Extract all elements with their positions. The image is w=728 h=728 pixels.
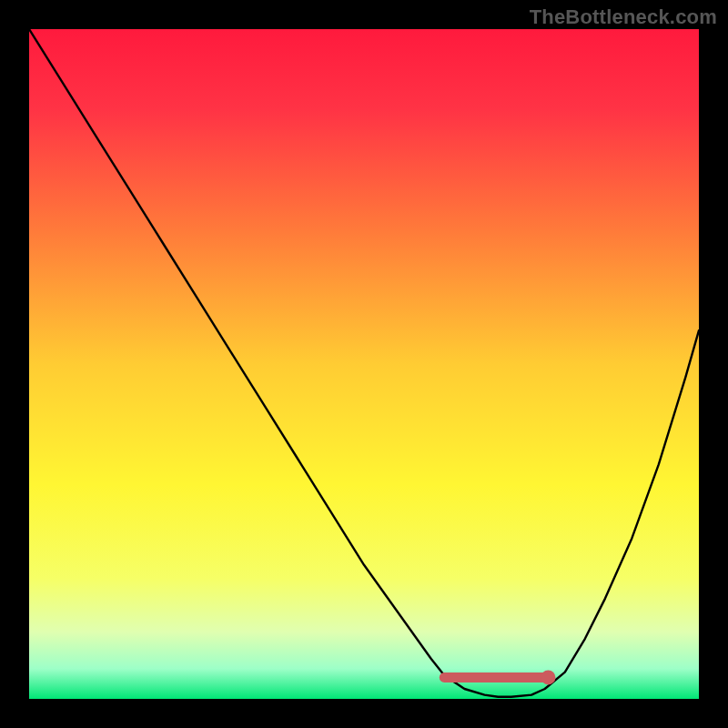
- curve-layer: [29, 29, 699, 699]
- watermark-text: TheBottleneck.com: [530, 5, 717, 29]
- optimal-end-dot: [541, 670, 555, 684]
- plot-area: [29, 29, 699, 699]
- bottleneck-curve: [29, 29, 699, 697]
- chart-frame: TheBottleneck.com: [0, 0, 728, 728]
